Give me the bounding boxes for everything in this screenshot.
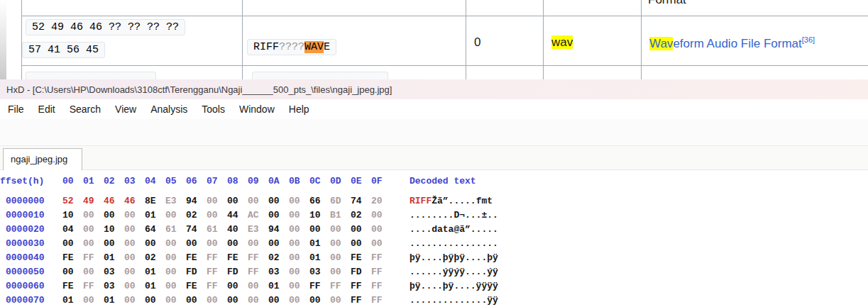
hex-byte[interactable]: FE [62,251,83,265]
hex-row-0000020[interactable]: 0000020040010006461746140E3940000000000.… [0,223,498,237]
hex-byte[interactable]: 00 [248,294,268,307]
hex-byte[interactable]: 00 [186,294,207,307]
hex-byte[interactable]: FE [227,251,248,265]
hex-byte[interactable]: 02 [186,208,207,223]
hex-byte[interactable]: 00 [165,294,186,307]
hex-byte[interactable]: 01 [309,251,330,265]
hex-byte[interactable]: 00 [371,223,392,237]
decoded-text[interactable]: ....data@ã”..... [410,224,498,235]
hex-byte[interactable]: 00 [268,294,289,307]
hex-byte[interactable]: 00 [83,223,104,237]
hex-byte[interactable]: 00 [289,194,309,208]
hex-byte[interactable]: 00 [207,294,227,307]
description-link[interactable]: Waveform Audio File Format[36] [649,37,815,50]
hex-byte[interactable]: 00 [165,237,186,251]
hex-byte[interactable]: FF [309,279,330,294]
hex-byte[interactable]: 00 [83,208,104,223]
hex-byte[interactable]: 00 [268,237,289,251]
hex-byte[interactable]: 00 [124,294,145,307]
hex-byte[interactable]: FF [371,294,392,307]
hex-byte[interactable]: 03 [104,265,124,279]
hex-byte[interactable]: 00 [83,237,104,251]
hex-byte[interactable]: FD [227,265,248,279]
hex-byte[interactable]: 8E [145,194,165,208]
hex-byte[interactable]: E3 [248,223,268,237]
hex-byte[interactable]: 00 [104,237,124,251]
hex-row-0000040[interactable]: 0000040FEFF01000200FEFFFEFF02000100FEFFþ… [0,251,498,265]
hex-byte[interactable]: 49 [83,194,104,208]
hex-byte[interactable]: 94 [268,223,289,237]
hex-row-0000050[interactable]: 0000050000003000100FDFFFDFF03000300FDFF.… [0,265,498,279]
hex-byte[interactable]: 00 [227,237,248,251]
hex-byte[interactable]: AC [248,208,268,223]
hex-byte[interactable]: FF [371,251,392,265]
hex-byte[interactable]: 04 [62,223,83,237]
hex-byte[interactable]: 00 [289,294,309,307]
menu-tools[interactable]: Tools [194,99,232,119]
hex-byte[interactable]: 00 [371,208,392,223]
hex-byte[interactable]: FF [83,251,104,265]
hex-byte[interactable]: FF [330,279,351,294]
hex-byte[interactable]: 00 [351,237,371,251]
hex-byte[interactable]: 01 [104,251,124,265]
hex-byte[interactable]: 00 [330,265,351,279]
hex-byte[interactable]: 00 [289,223,309,237]
hex-byte[interactable]: FF [248,251,268,265]
hex-byte[interactable]: 00 [330,223,351,237]
menu-help[interactable]: Help [282,99,317,119]
hex-byte[interactable]: FF [207,251,227,265]
hex-byte[interactable]: 00 [145,294,165,307]
decoded-text[interactable]: ..............ÿÿ [410,295,498,306]
hex-byte[interactable]: 6D [330,194,351,208]
hex-byte[interactable]: FF [248,265,268,279]
hex-byte[interactable]: 10 [104,223,124,237]
hex-byte[interactable]: 02 [351,208,371,223]
menu-file[interactable]: File [1,99,31,119]
hex-byte[interactable]: 00 [165,279,186,294]
hex-byte[interactable]: FE [351,251,371,265]
hex-byte[interactable]: FF [351,294,371,307]
hex-byte[interactable]: 00 [124,223,145,237]
decoded-text[interactable]: þÿ....þÿ....ÿÿÿÿ [410,281,498,291]
hex-row-0000000[interactable]: 0000000524946468EE3940000000000666D7420R… [0,194,498,208]
hex-row-0000010[interactable]: 0000010100000000100020044AC000010B10200.… [0,208,498,223]
hex-byte[interactable]: 61 [207,223,227,237]
hex-byte[interactable]: 00 [62,265,83,279]
hex-byte[interactable]: 00 [207,237,227,251]
hex-byte[interactable]: 00 [124,237,145,251]
hex-byte[interactable]: 40 [227,223,248,237]
hex-byte[interactable]: 01 [268,279,289,294]
hex-byte[interactable]: 03 [104,279,124,294]
hex-byte[interactable]: 46 [124,194,145,208]
hex-byte[interactable]: 00 [351,223,371,237]
hex-byte[interactable]: FF [207,265,227,279]
window-title-bar[interactable]: HxD - [C:\Users\HP\Downloads\3108ctf\Ter… [0,79,868,99]
hex-byte[interactable]: 61 [165,223,186,237]
menu-edit[interactable]: Edit [31,99,62,119]
hex-byte[interactable]: 00 [330,237,351,251]
hex-byte[interactable]: 00 [289,279,309,294]
hex-byte[interactable]: 02 [268,251,289,265]
hex-byte[interactable]: 20 [371,194,392,208]
hex-byte[interactable]: 00 [124,279,145,294]
hex-byte[interactable]: FF [83,279,104,294]
hex-byte[interactable]: 00 [309,294,330,307]
hex-byte[interactable]: 00 [268,194,289,208]
hex-byte[interactable]: 64 [145,223,165,237]
hex-row-0000070[interactable]: 00000700100010000000000000000000000FFFF.… [0,294,498,307]
hex-byte[interactable]: FE [62,279,83,294]
hex-byte[interactable]: 00 [207,194,227,208]
decoded-text[interactable]: þÿ....þÿþÿ....þÿ [410,252,498,263]
hex-byte[interactable]: 00 [186,237,207,251]
hex-byte[interactable]: 00 [248,237,268,251]
hex-byte[interactable]: FF [371,279,392,294]
hex-row-0000060[interactable]: 0000060FEFF03000100FEFF00000100FFFFFFFFþ… [0,279,498,294]
hex-byte[interactable]: 00 [227,279,248,294]
hex-byte[interactable]: FE [186,251,207,265]
decoded-text[interactable]: ........D¬...±.. [410,210,498,221]
menu-search[interactable]: Search [62,99,108,119]
hex-byte[interactable]: 00 [371,237,392,251]
hex-byte[interactable]: 01 [145,265,165,279]
hex-byte[interactable]: 03 [268,265,289,279]
hex-byte[interactable]: 01 [145,279,165,294]
